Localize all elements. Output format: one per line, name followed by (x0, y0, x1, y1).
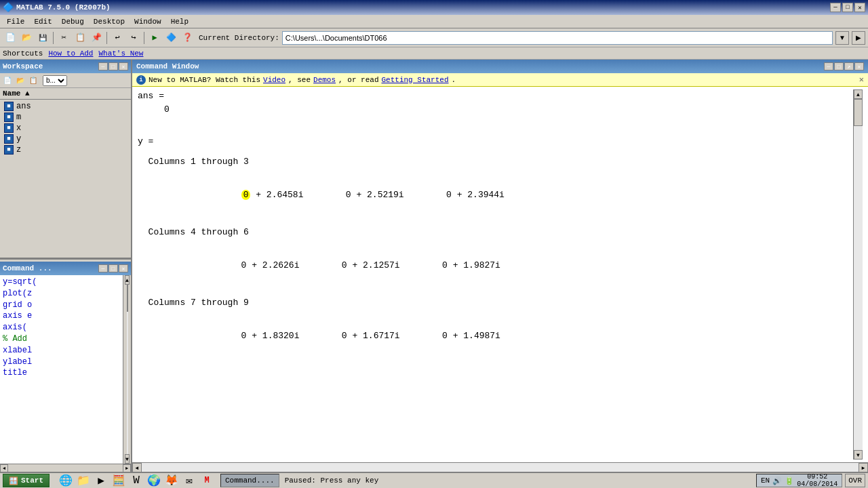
ws-item-z[interactable]: ■ z (0, 144, 131, 155)
menu-file[interactable]: File (3, 17, 28, 26)
shortcuts-label: Shortcuts (3, 49, 43, 58)
ws-icon-y: ■ (4, 134, 14, 144)
title-bar-buttons: ─ □ ✕ (830, 3, 865, 12)
taskbar-app-word[interactable]: W (128, 472, 144, 488)
menu-window[interactable]: Window (130, 17, 165, 26)
toolbar-new[interactable]: 📄 (3, 30, 18, 45)
date-display: 04/08/2014 (797, 481, 837, 488)
start-button[interactable]: 🪟 Start (3, 474, 50, 487)
cmd-close[interactable]: ✕ (854, 62, 864, 70)
whats-new-link[interactable]: What's New (98, 49, 143, 58)
dir-input[interactable] (282, 31, 833, 45)
volume-icon: 🔋 (785, 476, 794, 485)
workspace-titlebar: Workspace ─ □ ✕ (0, 60, 131, 73)
history-hscroll[interactable]: ◄ ► (0, 464, 131, 472)
ws-btn1[interactable]: 📄 (1, 75, 14, 87)
toolbar-save[interactable]: 💾 (35, 30, 50, 45)
clock-area: 09:52 04/08/2014 (797, 473, 837, 488)
toolbar-help[interactable]: ❓ (180, 30, 195, 45)
cmd-undock[interactable]: ↗ (844, 62, 854, 70)
taskbar-app-mail[interactable]: ✉ (181, 472, 197, 488)
toolbar-undo[interactable]: ↩ (110, 30, 125, 45)
taskbar-matlab[interactable]: Command.... (220, 474, 279, 487)
language-indicator: EN (761, 476, 770, 485)
ws-icon-x: ■ (4, 123, 14, 133)
ws-view-select[interactable]: b... (43, 75, 67, 86)
workspace-minimize[interactable]: ─ (98, 62, 108, 70)
ans-label: ans = (138, 89, 853, 103)
cmd-hscroll-left[interactable]: ◄ (132, 463, 142, 472)
history-hscroll-left[interactable]: ◄ (0, 464, 8, 472)
spacer1 (138, 121, 853, 135)
ws-btn3[interactable]: 📋 (27, 75, 39, 87)
ws-item-ans[interactable]: ■ ans (0, 101, 131, 112)
cmd-scroll-down[interactable]: ▼ (854, 450, 863, 460)
cmd-text-area[interactable]: ans = 0 y = Columns 1 through 3 0 + 2.64… (138, 89, 853, 460)
maximize-button[interactable]: □ (842, 3, 853, 12)
workspace-close[interactable]: ✕ (119, 62, 128, 70)
taskbar-app-chrome[interactable]: 🌍 (146, 472, 162, 488)
sys-tray: EN 🔊 🔋 09:52 04/08/2014 (756, 474, 842, 487)
history-close[interactable]: ✕ (119, 264, 128, 272)
time-display: 09:52 (807, 473, 827, 481)
history-minimize[interactable]: ─ (98, 264, 108, 272)
first-value-highlight: 0 (241, 190, 251, 200)
menu-bar: File Edit Debug Desktop Window Help (0, 15, 868, 28)
menu-help[interactable]: Help (167, 17, 193, 26)
cmd-hscroll-right[interactable]: ► (859, 463, 868, 472)
menu-desktop[interactable]: Desktop (90, 17, 129, 26)
ws-item-m[interactable]: ■ m (0, 112, 131, 123)
cmd-minimize[interactable]: ─ (824, 62, 833, 70)
history-scroll-up[interactable]: ▲ (125, 275, 130, 285)
workspace-maximize[interactable]: □ (108, 62, 118, 70)
info-getting-started-link[interactable]: Getting Started (382, 76, 449, 84)
toolbar-cut[interactable]: ✂ (56, 30, 71, 45)
toolbar-simulink[interactable]: 🔷 (163, 30, 178, 45)
cmd-scroll-up[interactable]: ▲ (854, 89, 863, 99)
how-to-add-link[interactable]: How to Add (48, 49, 93, 58)
history-line-9: title (3, 367, 120, 379)
history-hscroll-right[interactable]: ► (123, 464, 131, 472)
taskbar-app-calc[interactable]: 🧮 (111, 472, 127, 488)
col1-values: 0 + 2.6458i 0 + 2.5219i 0 + 2.3944i (138, 175, 853, 215)
ws-dropdown[interactable]: b... (43, 75, 67, 86)
history-scroll-down[interactable]: ▼ (125, 454, 130, 464)
history-maximize[interactable]: □ (108, 264, 118, 272)
ws-item-y[interactable]: ■ y (0, 134, 131, 144)
info-close-btn[interactable]: ✕ (859, 75, 864, 85)
info-video-link[interactable]: Video (263, 76, 285, 84)
dir-go[interactable]: ▶ (852, 31, 865, 45)
taskbar-app-explorer[interactable]: 📁 (75, 472, 92, 488)
cmd-scroll-track (854, 99, 863, 450)
start-label: Start (21, 476, 43, 485)
history-line-4: axis e (3, 310, 120, 322)
close-button[interactable]: ✕ (854, 3, 865, 12)
history-row: y=sqrt( plot(z grid o axis e axis( % Add… (0, 275, 131, 464)
history-scroll-thumb[interactable] (127, 285, 128, 312)
info-demos-link[interactable]: Demos (313, 76, 336, 84)
history-content: y=sqrt( plot(z grid o axis e axis( % Add… (0, 275, 123, 464)
taskbar-app-matlab[interactable]: M (199, 472, 215, 488)
cmd-scroll-thumb[interactable] (854, 99, 863, 126)
toolbar-copy[interactable]: 📋 (73, 30, 87, 45)
toolbar-sep3 (144, 32, 144, 44)
taskbar-app-media[interactable]: ▶ (93, 472, 109, 488)
toolbar-redo[interactable]: ↪ (126, 30, 141, 45)
minimize-button[interactable]: ─ (830, 3, 841, 12)
col3-spacer (138, 309, 853, 316)
workspace-items: ■ ans ■ m ■ x ■ y ■ z (0, 100, 131, 157)
taskbar-app-ie[interactable]: 🌐 (58, 472, 74, 488)
ws-item-x[interactable]: ■ x (0, 123, 131, 134)
cmd-maximize[interactable]: □ (834, 62, 844, 70)
toolbar-run[interactable]: ▶ (147, 30, 162, 45)
toolbar-paste[interactable]: 📌 (89, 30, 104, 45)
dir-browse[interactable]: ▼ (835, 31, 849, 45)
ws-btn2[interactable]: 📂 (14, 75, 26, 87)
col2-values: 0 + 2.2626i 0 + 2.1257i 0 + 1.9827i (138, 245, 853, 285)
ws-name-header: Name ▲ (3, 89, 30, 98)
menu-edit[interactable]: Edit (30, 17, 56, 26)
toolbar-open[interactable]: 📂 (19, 30, 34, 45)
taskbar-app-firefox[interactable]: 🦊 (163, 472, 180, 488)
col3-header: Columns 7 through 9 (138, 296, 853, 310)
menu-debug[interactable]: Debug (58, 17, 88, 26)
